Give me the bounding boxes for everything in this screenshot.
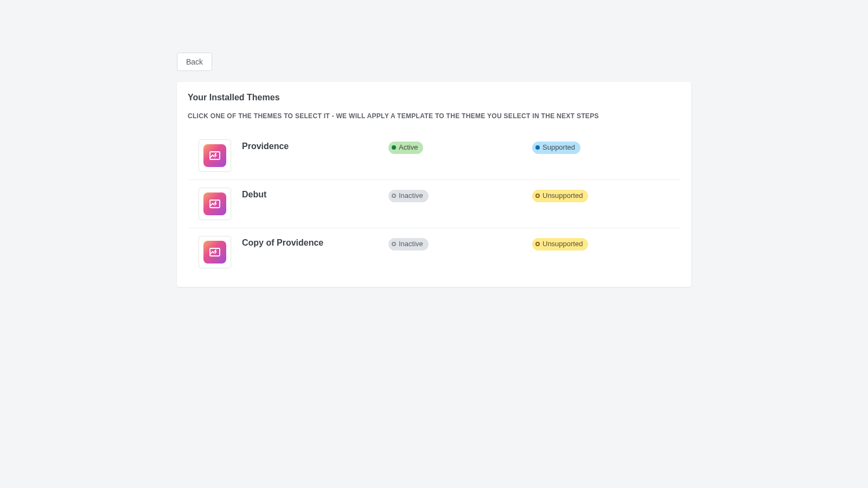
status-badge-label: Inactive <box>399 191 423 201</box>
theme-status-col: Active <box>388 139 532 154</box>
page-container: Back Your Installed Themes CLICK ONE OF … <box>177 0 691 287</box>
status-dot-ring-icon <box>535 242 540 246</box>
theme-support-col: Unsupported <box>532 188 588 202</box>
theme-icon-wrap <box>199 236 231 268</box>
image-with-bolt-icon <box>208 149 221 162</box>
theme-name: Copy of Providence <box>242 236 388 248</box>
theme-status-col: Inactive <box>388 188 532 202</box>
status-badge-inactive: Inactive <box>388 190 429 202</box>
theme-thumbnail-icon <box>203 192 226 215</box>
theme-thumbnail-icon <box>203 144 226 167</box>
theme-name: Debut <box>242 188 388 200</box>
support-badge-supported: Supported <box>532 142 580 154</box>
theme-row[interactable]: Providence Active Supported <box>188 132 680 180</box>
status-dot-ring-icon <box>392 194 396 198</box>
theme-name: Providence <box>242 139 388 151</box>
card-title: Your Installed Themes <box>188 93 680 102</box>
card-subtitle: CLICK ONE OF THE THEMES TO SELECT IT - W… <box>188 112 680 120</box>
support-badge-unsupported: Unsupported <box>532 238 588 251</box>
back-button-label: Back <box>186 57 203 66</box>
status-dot-ring-icon <box>535 194 540 198</box>
status-badge-label: Inactive <box>399 240 423 249</box>
support-badge-unsupported: Unsupported <box>532 190 588 202</box>
theme-row[interactable]: Copy of Providence Inactive Unsupported <box>188 228 680 276</box>
status-dot-filled-icon <box>535 145 540 150</box>
support-badge-label: Unsupported <box>542 240 583 249</box>
image-with-bolt-icon <box>208 246 221 259</box>
theme-list: Providence Active Supported <box>188 132 680 276</box>
themes-card: Your Installed Themes CLICK ONE OF THE T… <box>177 82 691 287</box>
theme-thumbnail-icon <box>203 241 226 264</box>
theme-icon-wrap <box>199 188 231 220</box>
theme-support-col: Supported <box>532 139 580 154</box>
status-badge-inactive: Inactive <box>388 238 429 251</box>
theme-support-col: Unsupported <box>532 236 588 251</box>
support-badge-label: Supported <box>542 143 575 152</box>
theme-status-col: Inactive <box>388 236 532 251</box>
status-dot-filled-icon <box>392 145 396 150</box>
status-dot-ring-icon <box>392 242 396 246</box>
theme-icon-wrap <box>199 139 231 172</box>
support-badge-label: Unsupported <box>542 191 583 201</box>
theme-row[interactable]: Debut Inactive Unsupported <box>188 180 680 228</box>
image-with-bolt-icon <box>208 197 221 210</box>
status-badge-label: Active <box>399 143 418 152</box>
back-button[interactable]: Back <box>177 53 212 71</box>
status-badge-active: Active <box>388 142 423 154</box>
